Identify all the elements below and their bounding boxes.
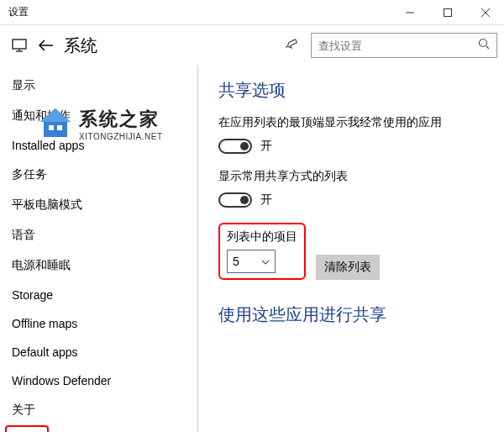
monitor-icon <box>7 39 32 52</box>
sidebar-item-display[interactable]: 显示 <box>0 71 197 101</box>
header: 系统 <box>0 25 504 66</box>
setting2-toggle[interactable] <box>218 192 252 208</box>
sidebar-item-power[interactable]: 电源和睡眠 <box>0 250 197 281</box>
section-title: 共享选项 <box>218 79 504 102</box>
svg-point-8 <box>480 40 487 47</box>
svg-rect-4 <box>13 40 26 49</box>
window-title: 设置 <box>0 5 391 19</box>
body: 显示 通知和操作 Installed apps 多任务 平板电脑模式 语音 电源… <box>0 66 504 432</box>
dropdown-value: 5 <box>233 255 239 268</box>
setting2-label: 显示常用共享方式的列表 <box>218 169 504 184</box>
sidebar-item-installed-apps[interactable]: Installed apps <box>0 131 197 160</box>
sidebar-item-default-apps[interactable]: Default apps <box>0 338 197 366</box>
setting1-toggle[interactable] <box>218 139 252 154</box>
svg-line-9 <box>486 46 490 50</box>
minimize-button[interactable] <box>391 0 428 25</box>
list-items-dropdown[interactable]: 5 <box>227 250 276 273</box>
sidebar-item-defender[interactable]: Windows Defender <box>0 366 197 395</box>
sidebar-item-speech[interactable]: 语音 <box>0 220 197 250</box>
search-icon <box>478 38 490 53</box>
window-controls <box>391 0 504 25</box>
sidebar-item-notifications[interactable]: 通知和操作 <box>0 101 197 131</box>
titlebar: 设置 <box>0 0 504 25</box>
sidebar-item-share[interactable]: 共享 <box>5 425 49 432</box>
sidebar-item-about[interactable]: 关于 <box>0 395 197 425</box>
sidebar-item-offline-maps[interactable]: Offline maps <box>0 309 197 338</box>
content: 共享选项 在应用列表的最顶端显示我经常使用的应用 开 显示常用共享方式的列表 开… <box>198 66 504 432</box>
setting1-label: 在应用列表的最顶端显示我经常使用的应用 <box>218 115 504 130</box>
page-title: 系统 <box>64 34 281 57</box>
maximize-button[interactable] <box>428 0 466 25</box>
svg-rect-1 <box>444 8 451 16</box>
list-items-label: 列表中的项目 <box>227 229 297 245</box>
clear-list-button[interactable]: 清除列表 <box>316 255 380 280</box>
sidebar-item-multitask[interactable]: 多任务 <box>0 160 197 190</box>
sidebar-item-storage[interactable]: Storage <box>0 281 197 309</box>
subsection-title: 使用这些应用进行共享 <box>218 303 504 326</box>
list-items-highlight: 列表中的项目 5 <box>218 223 306 280</box>
search-box[interactable] <box>311 33 497 58</box>
setting1-state: 开 <box>260 139 272 154</box>
chevron-down-icon <box>261 257 270 266</box>
pin-icon[interactable] <box>281 39 304 52</box>
close-button[interactable] <box>466 0 504 25</box>
back-button[interactable] <box>32 39 60 52</box>
setting2-state: 开 <box>260 192 272 208</box>
setting1-toggle-row: 开 <box>218 139 504 154</box>
search-input[interactable] <box>318 40 478 52</box>
setting2-toggle-row: 开 <box>218 192 504 208</box>
sidebar: 显示 通知和操作 Installed apps 多任务 平板电脑模式 语音 电源… <box>0 66 198 432</box>
sidebar-item-tablet-mode[interactable]: 平板电脑模式 <box>0 190 197 220</box>
